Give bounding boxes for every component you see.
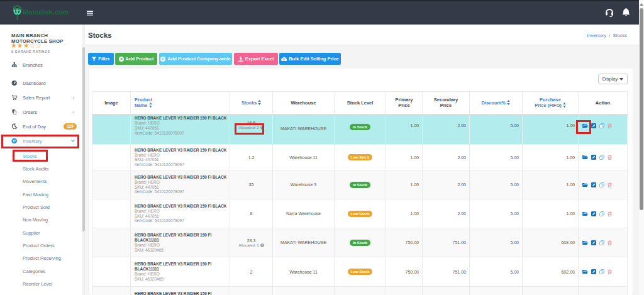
svg-text:P: P	[120, 57, 123, 61]
svg-text:P: P	[162, 57, 165, 61]
